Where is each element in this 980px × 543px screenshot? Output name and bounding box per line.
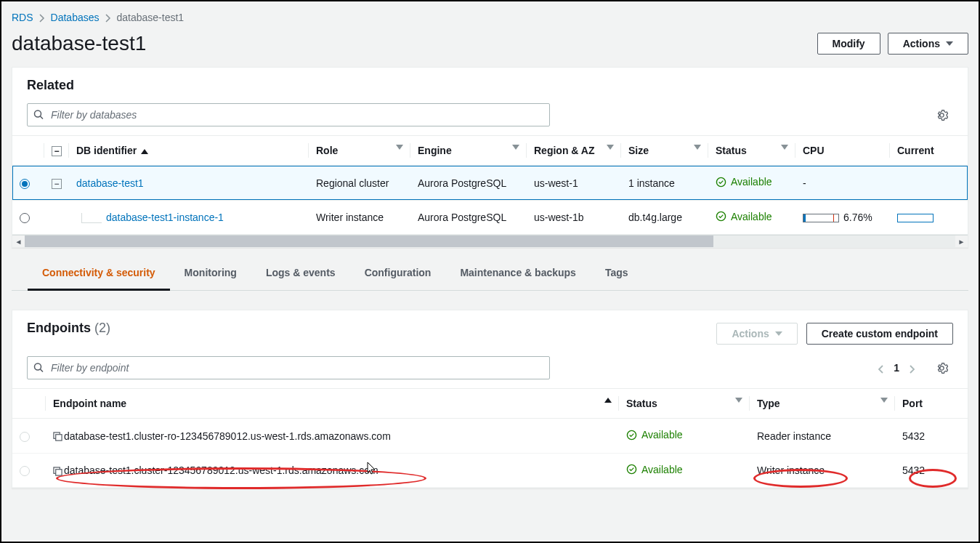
filter-databases-search[interactable] [27, 103, 550, 126]
tab-configuration[interactable]: Configuration [350, 257, 446, 290]
expand-all-toggle[interactable]: − [52, 146, 62, 156]
caret-down-icon [946, 41, 953, 46]
related-table: − DB identifier Role Engine Region & AZ … [12, 136, 968, 235]
settings-button[interactable] [930, 103, 953, 126]
col-endpoint-port[interactable]: Port [895, 389, 968, 419]
endpoints-actions-button[interactable]: Actions [716, 323, 797, 345]
endpoint-row[interactable]: database-test1.cluster-123456789012.us-w… [12, 453, 968, 488]
db-link[interactable]: database-test1-instance-1 [106, 212, 224, 223]
svg-rect-10 [56, 470, 62, 475]
tab-connectivity[interactable]: Connectivity & security [28, 257, 170, 291]
tree-line-icon [81, 213, 102, 223]
collapse-toggle[interactable]: − [52, 179, 62, 189]
svg-line-1 [41, 116, 44, 119]
scroll-left-icon[interactable]: ◄ [12, 238, 25, 246]
endpoints-title: Endpoints (2) [27, 321, 110, 336]
tab-tags[interactable]: Tags [591, 257, 643, 290]
gear-icon [936, 362, 948, 374]
chevron-right-icon [39, 12, 45, 23]
col-endpoint-status[interactable]: Status [619, 389, 750, 419]
filter-icon [607, 145, 614, 150]
horizontal-scrollbar[interactable]: ◄ ► [12, 235, 968, 247]
col-db-identifier[interactable]: DB identifier [69, 136, 309, 166]
search-icon [33, 110, 44, 121]
filter-icon [694, 145, 701, 150]
copy-icon[interactable] [53, 432, 62, 441]
col-status[interactable]: Status [708, 136, 795, 166]
endpoints-panel: Endpoints (2) Actions Create custom endp… [12, 310, 968, 488]
breadcrumb-databases[interactable]: Databases [51, 12, 100, 23]
related-title: Related [27, 78, 953, 93]
table-row[interactable]: database-test1-instance-1 Writer instanc… [12, 200, 968, 235]
copy-icon[interactable] [53, 467, 62, 476]
col-endpoint-type[interactable]: Type [750, 389, 895, 419]
filter-databases-input[interactable] [27, 103, 550, 126]
check-circle-icon [626, 464, 637, 475]
filter-endpoint-search[interactable] [27, 356, 550, 379]
col-role[interactable]: Role [309, 136, 410, 166]
status-badge: Available [716, 176, 772, 188]
filter-icon [512, 145, 519, 150]
col-size[interactable]: Size [621, 136, 708, 166]
check-circle-icon [626, 430, 637, 441]
svg-line-5 [41, 369, 44, 372]
check-circle-icon [716, 211, 726, 222]
svg-point-4 [35, 363, 41, 370]
tab-monitoring[interactable]: Monitoring [170, 257, 251, 290]
endpoint-row[interactable]: database-test1.cluster-ro-123456789012.u… [12, 419, 968, 454]
svg-rect-7 [56, 435, 62, 441]
caret-down-icon [775, 331, 782, 336]
status-badge: Available [626, 464, 683, 475]
status-badge: Available [626, 429, 683, 441]
chevron-right-icon [105, 12, 111, 23]
filter-endpoint-input[interactable] [27, 356, 550, 379]
page-next[interactable] [910, 362, 915, 374]
tab-maintenance[interactable]: Maintenance & backups [445, 257, 591, 290]
gear-icon [936, 109, 948, 121]
cpu-meter [803, 214, 839, 222]
svg-point-0 [35, 110, 41, 117]
search-icon [33, 363, 44, 374]
status-badge: Available [716, 211, 772, 222]
check-circle-icon [716, 177, 726, 188]
activity-meter [897, 214, 934, 222]
filter-icon [735, 398, 742, 403]
endpoints-table: Endpoint name Status Type Port database-… [12, 388, 968, 488]
endpoint-settings-button[interactable] [930, 356, 953, 379]
radio-select[interactable] [20, 213, 30, 223]
sort-asc-icon [141, 149, 148, 154]
col-region[interactable]: Region & AZ [527, 136, 621, 166]
filter-icon [781, 145, 788, 150]
page-number: 1 [894, 362, 899, 374]
create-endpoint-button[interactable]: Create custom endpoint [806, 323, 953, 345]
tabs: Connectivity & security Monitoring Logs … [12, 257, 968, 291]
radio-select[interactable] [20, 466, 30, 476]
breadcrumb: RDS Databases database-test1 [1, 1, 979, 28]
filter-icon [880, 398, 888, 403]
related-panel: Related − DB identifier Role [12, 67, 968, 248]
col-cpu[interactable]: CPU [795, 136, 890, 166]
actions-button[interactable]: Actions [888, 33, 968, 55]
breadcrumb-current: database-test1 [117, 12, 185, 23]
db-link[interactable]: database-test1 [76, 177, 144, 189]
radio-select[interactable] [20, 432, 30, 442]
breadcrumb-rds[interactable]: RDS [12, 12, 33, 23]
page-title: database-test1 [12, 32, 146, 55]
page-prev[interactable] [878, 362, 883, 374]
table-row[interactable]: − database-test1 Regional cluster Aurora… [12, 166, 968, 201]
col-current[interactable]: Current [890, 136, 968, 166]
modify-button[interactable]: Modify [817, 33, 880, 55]
sort-asc-icon [604, 398, 612, 403]
tab-logs[interactable]: Logs & events [251, 257, 350, 290]
filter-icon [396, 145, 403, 150]
col-engine[interactable]: Engine [410, 136, 527, 166]
col-endpoint-name[interactable]: Endpoint name [46, 389, 619, 419]
scroll-thumb[interactable] [25, 236, 713, 247]
scroll-right-icon[interactable]: ► [955, 238, 968, 246]
radio-select[interactable] [20, 179, 30, 189]
